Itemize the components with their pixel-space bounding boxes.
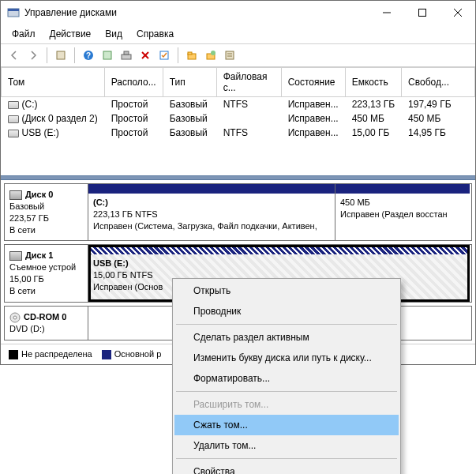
svg-text:?: ?	[86, 51, 91, 60]
menu-action[interactable]: Действие	[43, 26, 98, 42]
menu-help[interactable]: Справка	[130, 26, 180, 42]
svg-point-18	[211, 51, 216, 55]
window-title: Управление дисками	[24, 7, 369, 18]
volumes-table: Том Располо... Тип Файловая с... Состоян…	[1, 67, 475, 140]
svg-rect-3	[418, 9, 425, 17]
partition[interactable]: 450 МБИсправен (Раздел восстан	[335, 184, 470, 240]
legend-unallocated: Не распределена	[9, 349, 92, 359]
table-row[interactable]: USB (E:)ПростойБазовыйNTFSИсправен...15,…	[2, 126, 475, 140]
svg-rect-19	[226, 51, 234, 59]
toolbar-divider	[47, 47, 47, 63]
ctx-open[interactable]: Открыть	[174, 280, 399, 301]
menu-file[interactable]: Файл	[6, 26, 42, 42]
disk-header[interactable]: Диск 1Съемное устрой15,00 ГБВ сети	[5, 245, 88, 301]
svg-rect-6	[57, 51, 65, 59]
svg-rect-1	[8, 9, 19, 11]
legend-primary: Основной р	[102, 349, 162, 359]
col-capacity[interactable]: Емкость	[345, 68, 401, 97]
toolbar-btn-7[interactable]	[183, 47, 201, 64]
ctx-change-letter[interactable]: Изменить букву диска или путь к диску...	[174, 348, 399, 365]
svg-rect-11	[124, 51, 129, 55]
col-fs[interactable]: Файловая с...	[216, 68, 281, 97]
context-menu: Открыть Проводник Сделать раздел активны…	[172, 278, 401, 365]
app-icon	[7, 6, 20, 19]
table-row[interactable]: (Диск 0 раздел 2)ПростойБазовыйИсправен.…	[2, 111, 475, 126]
ctx-explorer[interactable]: Проводник	[174, 301, 399, 322]
delete-button[interactable]	[137, 47, 154, 64]
toolbar-btn-8[interactable]	[202, 47, 219, 64]
disk-header[interactable]: Диск 0Базовый223,57 ГБВ сети	[5, 184, 88, 240]
titlebar[interactable]: Управление дисками	[1, 1, 475, 24]
back-button[interactable]	[6, 47, 23, 64]
svg-rect-16	[188, 52, 192, 55]
help-button[interactable]: ?	[80, 47, 97, 64]
col-free[interactable]: Свобод...	[402, 68, 475, 97]
ctx-make-active[interactable]: Сделать раздел активным	[174, 327, 399, 348]
splitter[interactable]	[1, 175, 475, 180]
toolbar-divider	[74, 47, 75, 63]
menubar: Файл Действие Вид Справка	[1, 24, 475, 44]
toolbar-btn-3[interactable]	[99, 47, 116, 64]
col-type[interactable]: Тип	[163, 68, 216, 97]
partition[interactable]: (C:)223,13 ГБ NTFSИсправен (Система, Заг…	[88, 184, 335, 240]
close-button[interactable]	[440, 1, 475, 24]
svg-rect-9	[103, 51, 111, 59]
col-volume[interactable]: Том	[2, 68, 105, 97]
svg-rect-10	[122, 55, 131, 59]
forward-button[interactable]	[24, 47, 42, 64]
menu-view[interactable]: Вид	[99, 26, 129, 42]
toolbar-btn-9[interactable]	[221, 47, 238, 64]
maximize-button[interactable]	[404, 1, 440, 24]
disk-row: Диск 0Базовый223,57 ГБВ сети(C:)223,13 Г…	[4, 183, 472, 241]
toolbar: ?	[1, 44, 475, 67]
minimize-button[interactable]	[369, 1, 404, 24]
svg-point-23	[13, 316, 17, 319]
col-status[interactable]: Состояние	[281, 68, 345, 97]
toolbar-divider	[178, 47, 178, 63]
col-layout[interactable]: Располо...	[104, 68, 163, 97]
toolbar-btn-1[interactable]	[52, 47, 69, 64]
toolbar-btn-4[interactable]	[118, 47, 135, 64]
toolbar-btn-6[interactable]	[156, 47, 173, 64]
table-row[interactable]: (C:)ПростойБазовыйNTFSИсправен...223,13 …	[2, 97, 475, 112]
disk-header[interactable]: CD-ROM 0DVD (D:)	[5, 307, 88, 340]
